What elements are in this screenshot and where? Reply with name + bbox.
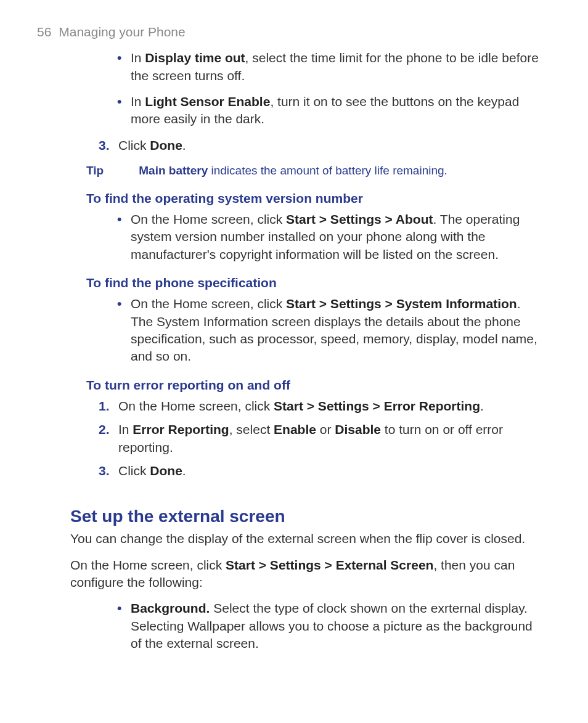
os-version-bullets: On the Home screen, click Start > Settin… <box>117 211 539 263</box>
error-reporting-steps: 1. On the Home screen, click Start > Set… <box>99 398 539 480</box>
tip-text: indicates the amount of battery life rem… <box>208 164 447 177</box>
bold: Start > Settings > About <box>286 212 433 226</box>
text: On the Home screen, click <box>70 558 226 572</box>
heading-phone-spec: To find the phone specification <box>86 274 551 292</box>
page-number: 56 <box>37 25 51 39</box>
external-screen-path: On the Home screen, click Start > Settin… <box>70 557 539 592</box>
tip-bold: Main battery <box>139 164 208 177</box>
tip-row: Tip Main battery indicates the amount of… <box>86 163 539 179</box>
text: . <box>182 464 186 478</box>
bullet-display-timeout: In Display time out, select the time lim… <box>117 49 539 84</box>
bold: Enable <box>274 422 316 436</box>
text: In <box>131 51 145 65</box>
phone-spec-bullets: On the Home screen, click Start > Settin… <box>117 295 539 365</box>
text: On the Home screen, click <box>131 296 286 311</box>
step-number: 2. <box>99 421 110 438</box>
tip-label: Tip <box>86 163 136 179</box>
text: In <box>118 422 133 436</box>
step-3: 3. Click Done. <box>99 462 539 480</box>
bold: Light Sensor Enable <box>145 94 270 108</box>
step-list-done: 3. Click Done. <box>99 137 539 154</box>
bullet-background: Background. Select the type of clock sho… <box>117 600 539 652</box>
bold: Disable <box>335 422 381 436</box>
bold: Background. <box>131 601 210 615</box>
bold: Display time out <box>145 51 245 65</box>
step-3: 3. Click Done. <box>99 137 539 154</box>
step-number: 1. <box>99 398 110 415</box>
step-number: 3. <box>99 462 110 480</box>
bold: Error Reporting <box>133 422 229 436</box>
step-number: 3. <box>99 137 110 154</box>
text: . <box>182 138 186 152</box>
text: . <box>480 399 484 413</box>
step-1: 1. On the Home screen, click Start > Set… <box>99 398 539 415</box>
bullet-os-version: On the Home screen, click Start > Settin… <box>117 211 539 263</box>
bold: Done <box>150 464 182 478</box>
external-screen-intro: You can change the display of the extern… <box>70 530 539 547</box>
external-screen-bullets: Background. Select the type of clock sho… <box>117 600 539 652</box>
bold: Start > Settings > External Screen <box>226 558 433 572</box>
page-header: 56 Managing your Phone <box>37 23 551 41</box>
bold: Done <box>150 138 182 152</box>
step-2: 2. In Error Reporting, select Enable or … <box>99 421 539 456</box>
intro-bullets: In Display time out, select the time lim… <box>117 49 539 128</box>
bullet-phone-spec: On the Home screen, click Start > Settin… <box>117 295 539 365</box>
bullet-light-sensor: In Light Sensor Enable, turn it on to se… <box>117 93 539 128</box>
heading-external-screen: Set up the external screen <box>70 505 551 528</box>
section-title: Managing your Phone <box>59 25 185 39</box>
bold: Start > Settings > System Information <box>286 296 517 311</box>
bold: Start > Settings > Error Reporting <box>274 399 480 413</box>
text: Click <box>118 138 150 152</box>
text: On the Home screen, click <box>118 399 274 413</box>
text: or <box>316 422 335 436</box>
text: In <box>131 94 145 108</box>
heading-error-reporting: To turn error reporting on and off <box>86 377 551 394</box>
text: , select <box>229 422 274 436</box>
heading-os-version: To find the operating system version num… <box>86 190 551 207</box>
text: On the Home screen, click <box>131 212 286 226</box>
text: Click <box>118 464 150 478</box>
